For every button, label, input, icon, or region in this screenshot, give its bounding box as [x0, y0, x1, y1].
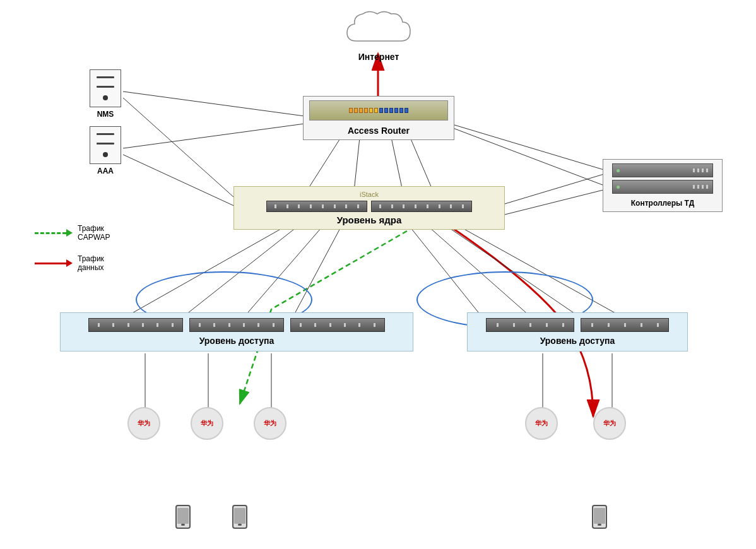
internet-label: Интернет — [358, 52, 399, 62]
right-access-box: Уровень доступа — [467, 312, 688, 351]
aaa-label: AAA — [97, 167, 114, 175]
data-line — [35, 263, 66, 264]
router-hardware — [309, 100, 448, 121]
capwap-arrow — [66, 229, 73, 237]
ap-left-3-circle: 华为 — [254, 407, 286, 440]
left-access-label: Уровень доступа — [199, 336, 275, 346]
controllers-box: Контроллеры ТД — [603, 159, 723, 212]
core-switch-2 — [371, 201, 472, 212]
left-access-hw-row — [88, 318, 385, 332]
nms-icon — [90, 69, 121, 107]
right-access-hw-row — [486, 318, 669, 332]
svg-line-25 — [492, 189, 606, 218]
legend-capwap-text: ТрафикCAPWAP — [78, 224, 110, 242]
internet-cloud: Интернет — [341, 6, 416, 62]
aaa-icon — [90, 126, 121, 164]
ap-left-1-circle: 华为 — [127, 407, 160, 440]
svg-line-9 — [123, 155, 246, 211]
nms-label: NMS — [97, 110, 114, 119]
ap-right-2: 华为 — [593, 407, 626, 440]
capwap-line — [35, 232, 66, 234]
right-access-switch-1 — [486, 318, 574, 332]
svg-line-15 — [448, 126, 606, 186]
legend-data-text: Трафикданных — [78, 254, 104, 272]
network-diagram: Интернет Access Router — [0, 0, 756, 549]
mobile-2 — [232, 505, 247, 529]
ap-left-3: 华为 — [254, 407, 286, 440]
ctrl-hw-2 — [612, 180, 713, 194]
data-arrow — [66, 259, 73, 267]
ap-left-2: 华为 — [191, 407, 223, 440]
core-hardware-row — [266, 201, 472, 212]
istack-label: iStack — [360, 191, 379, 198]
ap-left-2-circle: 华为 — [191, 407, 223, 440]
core-level-box: iStack — [233, 186, 505, 230]
mobile-1 — [175, 505, 191, 529]
legend-capwap-item: ТрафикCAPWAP — [35, 224, 110, 242]
ap-left-1: 华为 — [127, 407, 160, 440]
aaa-server: AAA — [90, 126, 121, 175]
access-router-label: Access Router — [348, 126, 410, 136]
ctrl-hw-1 — [612, 163, 713, 177]
ap-right-2-circle: 华为 — [593, 407, 626, 440]
access-router-box: Access Router — [303, 96, 454, 140]
left-access-switch-1 — [88, 318, 183, 332]
left-access-switch-3 — [290, 318, 385, 332]
left-access-switch-2 — [189, 318, 284, 332]
svg-line-8 — [123, 123, 309, 148]
right-access-label: Уровень доступа — [540, 336, 615, 346]
svg-line-14 — [448, 123, 606, 170]
svg-line-7 — [123, 98, 246, 208]
mobile-3 — [592, 505, 607, 529]
nms-server: NMS — [90, 69, 121, 119]
controllers-label: Контроллеры ТД — [631, 199, 694, 208]
svg-line-6 — [123, 92, 309, 117]
right-access-switch-2 — [581, 318, 669, 332]
legend-data-item: Трафикданных — [35, 254, 110, 272]
core-switch-1 — [266, 201, 367, 212]
ap-right-1-circle: 华为 — [525, 407, 558, 440]
ap-right-1: 华为 — [525, 407, 558, 440]
left-access-box: Уровень доступа — [60, 312, 413, 351]
legend: ТрафикCAPWAP Трафикданных — [35, 224, 110, 272]
router-ports — [349, 108, 408, 113]
core-label: Уровень ядра — [337, 215, 402, 225]
